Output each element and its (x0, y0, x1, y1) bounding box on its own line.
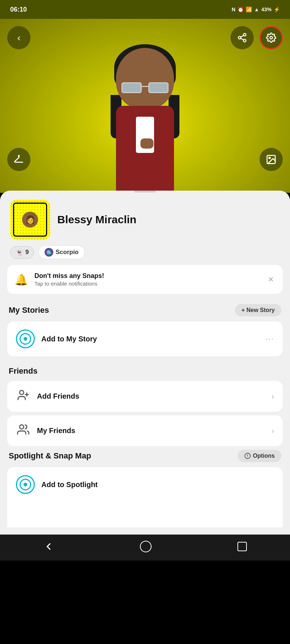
badges-row: 👻 9 ♏ Scorpio (0, 245, 290, 265)
profile-name: Blessy Miraclin (57, 213, 136, 226)
back-nav-button[interactable] (32, 537, 65, 558)
svg-point-12 (20, 425, 24, 429)
back-button[interactable]: ‹ (7, 26, 30, 49)
content-card: 👩 Blessy Miraclin 👻 9 ♏ Scorpio 🔔 Don't … (0, 191, 290, 535)
photo-button[interactable] (260, 148, 283, 171)
status-bar: 06:10 N ⏰ 📶 ▲ 43% ⚡ (0, 0, 290, 19)
snap-ghost-icon: 👻 (16, 249, 23, 256)
my-friends-icon (16, 423, 30, 438)
partial-content (7, 502, 283, 527)
spotlight-camera-icon (16, 475, 35, 494)
zodiac-icon: ♏ (45, 248, 53, 257)
spotlight-title: Spotlight & Snap Map (9, 451, 91, 461)
signal-icon: 📶 (246, 7, 252, 12)
new-story-button[interactable]: + New Story (235, 304, 281, 316)
snapcode[interactable]: 👩 (10, 200, 50, 240)
spotlight-camera-dot (24, 483, 27, 486)
story-camera-inner (20, 333, 31, 345)
story-more-icon[interactable]: ··· (265, 334, 274, 344)
friends-title: Friends (9, 366, 37, 376)
bitmoji-avatar (94, 41, 196, 193)
profile-section: 👩 Blessy Miraclin (0, 200, 290, 245)
add-to-spotlight-label: Add to Spotlight (41, 481, 274, 489)
status-icons: N ⏰ 📶 ▲ 43% ⚡ (232, 7, 280, 12)
bell-icon: 🔔 (14, 273, 28, 286)
bottom-nav-bar (0, 535, 290, 561)
share-button[interactable] (231, 26, 254, 49)
notification-title: Don't miss any Snaps! (34, 272, 260, 280)
battery-text: 43% (261, 7, 272, 12)
drag-handle (134, 191, 156, 192)
add-friends-label: Add Friends (37, 392, 265, 400)
home-nav-button[interactable] (129, 537, 162, 558)
notification-text: Don't miss any Snaps! Tap to enable noti… (34, 272, 260, 287)
story-camera-dot (24, 337, 27, 341)
spotlight-header: Spotlight & Snap Map Options (0, 450, 290, 467)
my-friends-item[interactable]: My Friends › (7, 415, 283, 446)
notification-card[interactable]: 🔔 Don't miss any Snaps! Tap to enable no… (7, 265, 283, 294)
glass-right (148, 82, 169, 93)
status-time: 06:10 (10, 6, 27, 13)
outfit-button[interactable] (7, 148, 30, 171)
options-button[interactable]: Options (238, 450, 281, 462)
hero-section: ‹ (0, 19, 290, 193)
svg-point-9 (20, 390, 24, 394)
zodiac-badge[interactable]: ♏ Scorpio (38, 245, 84, 259)
profile-name-container: Blessy Miraclin (57, 213, 136, 226)
svg-line-3 (241, 38, 244, 40)
battery-icon: ⚡ (274, 7, 280, 12)
svg-point-6 (18, 155, 20, 157)
recents-square-icon (237, 542, 247, 551)
avatar-hand (140, 138, 153, 149)
notification-subtitle: Tap to enable notifications (34, 281, 260, 287)
avatar-glasses (121, 82, 169, 94)
add-friends-icon (16, 389, 30, 404)
add-friends-chevron: › (272, 392, 274, 400)
friends-header: Friends (0, 366, 290, 381)
avatar-body (116, 106, 174, 193)
snapcode-avatar: 👩 (22, 212, 38, 228)
my-friends-chevron: › (272, 427, 274, 435)
nfc-icon: N (232, 7, 235, 12)
add-to-spotlight-item[interactable]: Add to Spotlight (7, 467, 283, 502)
svg-point-5 (270, 37, 273, 39)
add-to-story-label: Add to My Story (41, 335, 259, 343)
avatar-head (116, 48, 174, 109)
svg-point-8 (269, 157, 270, 159)
snap-score-badge[interactable]: 👻 9 (10, 246, 34, 259)
snap-score: 9 (25, 249, 29, 256)
svg-line-4 (241, 36, 244, 37)
zodiac-label: Scorpio (55, 249, 78, 256)
spotlight-camera-inner (20, 479, 31, 490)
glass-bridge (142, 86, 148, 87)
options-label: Options (253, 453, 275, 459)
wifi-icon: ▲ (254, 7, 259, 12)
recents-nav-button[interactable] (227, 538, 258, 557)
story-camera-icon (16, 329, 35, 348)
my-stories-header: My Stories + New Story (0, 304, 290, 321)
settings-button[interactable] (260, 26, 283, 49)
alarm-icon: ⏰ (237, 7, 244, 12)
my-friends-label: My Friends (37, 427, 265, 435)
my-stories-title: My Stories (9, 306, 49, 315)
add-to-story-item[interactable]: Add to My Story ··· (7, 321, 283, 356)
home-circle-icon (140, 541, 152, 552)
glass-left (121, 82, 142, 93)
notification-close-button[interactable]: ✕ (266, 274, 276, 285)
add-friends-item[interactable]: Add Friends › (7, 381, 283, 412)
